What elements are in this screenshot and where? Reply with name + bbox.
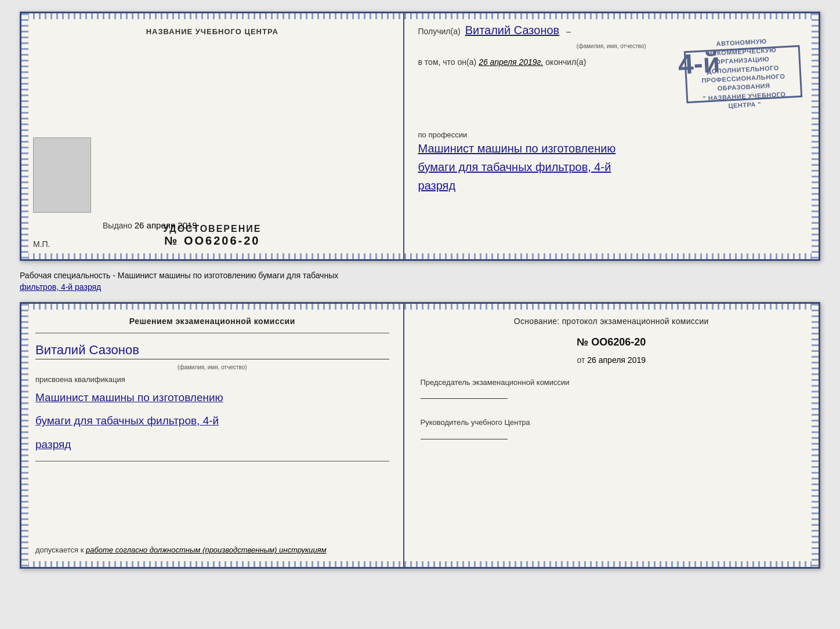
vtom-date: 26 апреля 2019г. bbox=[479, 57, 543, 67]
poluchil-prefix: Получил(а) bbox=[418, 27, 461, 36]
ot-date-value: 26 апреля 2019 bbox=[587, 355, 646, 365]
predsedatel-signature-line bbox=[421, 398, 508, 399]
ot-date: от 26 апреля 2019 bbox=[421, 355, 802, 365]
rukovoditel-label: Руководитель учебного Центра bbox=[421, 417, 802, 428]
ot-prefix: от bbox=[577, 355, 585, 365]
poluchil-name: Виталий Сазонов bbox=[465, 24, 560, 37]
professiya-line2: бумаги для табачных фильтров, 4-й bbox=[418, 158, 805, 176]
professiya-label: по профессии bbox=[418, 130, 805, 139]
applicant-name: Виталий Сазонов bbox=[35, 343, 389, 359]
separator-normal: Рабочая специальность - Машинист машины … bbox=[20, 271, 338, 280]
osnovanie-text: Основание: протокол экзаменационной коми… bbox=[421, 317, 802, 326]
prisvoena-text: присвоена квалификация bbox=[35, 375, 389, 384]
name-hint: (фамилия, имя, отчество) bbox=[35, 364, 389, 370]
stamp-block: 4-й АВТОНОМНУЮ НЕКОММЕРЧЕСКУЮ ОРГАНИЗАЦИ… bbox=[684, 45, 802, 103]
top-doc-right-panel: Получил(а) Виталий Сазонов – (фамилия, и… bbox=[404, 13, 819, 259]
professiya-line1: Машинист машины по изготовлению bbox=[418, 139, 805, 158]
mp-label: М.П. bbox=[33, 239, 50, 249]
professiya-line3: разряд bbox=[418, 176, 805, 195]
vydano-label: Выдано bbox=[103, 221, 132, 230]
komissia-title: Решением экзаменационной комиссии bbox=[35, 317, 389, 326]
professiya-block: по профессии Машинист машины по изготовл… bbox=[418, 130, 805, 195]
stamp-line3: " НАЗВАНИЕ УЧЕБНОГО ЦЕНТРА " bbox=[703, 90, 786, 110]
okончил-text: окончил(а) bbox=[545, 57, 586, 67]
rukovoditel-signature-line bbox=[421, 439, 508, 439]
predsedatel-label: Председатель экзаменационной комиссии bbox=[421, 377, 802, 388]
predsedatel-block: Председатель экзаменационной комиссии bbox=[421, 377, 802, 399]
bottom-document: Решением экзаменационной комиссии Витали… bbox=[20, 302, 820, 569]
poluchil-line: Получил(а) Виталий Сазонов – bbox=[418, 24, 805, 37]
separator-text: Рабочая специальность - Машинист машины … bbox=[20, 268, 820, 295]
kval-line1: Машинист машины по изготовлению bbox=[35, 388, 389, 407]
dopuskaetsya-value: работе согласно должностным (производств… bbox=[86, 546, 327, 554]
right-edge-decoration bbox=[812, 13, 819, 259]
bottom-doc-right-edge bbox=[812, 304, 819, 567]
top-doc-left-panel: НАЗВАНИЕ УЧЕБНОГО ЦЕНТРА УДОСТОВЕРЕНИЕ №… bbox=[21, 13, 404, 259]
vydano-date: 26 апреля 2019 bbox=[135, 220, 197, 230]
dopuskaetsya-prefix: допускается к bbox=[35, 546, 84, 554]
vtom-prefix: в том, что он(а) bbox=[418, 57, 477, 67]
photo-placeholder bbox=[33, 137, 91, 213]
training-center-title: НАЗВАНИЕ УЧЕБНОГО ЦЕНТРА bbox=[146, 27, 278, 36]
udostoverenie-number: № OO6206-20 bbox=[163, 234, 261, 248]
vydano-line: Выдано 26 апреля 2019 bbox=[103, 220, 197, 230]
rukovoditel-block: Руководитель учебного Центра bbox=[421, 417, 802, 439]
dopuskaetsya-block: допускается к работе согласно должностны… bbox=[35, 540, 389, 554]
protocol-number: № OO6206-20 bbox=[421, 336, 802, 348]
bottom-doc-right-panel: Основание: протокол экзаменационной коми… bbox=[404, 304, 819, 567]
kval-line3: разряд bbox=[35, 435, 389, 454]
separator-underline: фильтров, 4-й разряд bbox=[20, 282, 101, 292]
top-document: НАЗВАНИЕ УЧЕБНОГО ЦЕНТРА УДОСТОВЕРЕНИЕ №… bbox=[20, 12, 820, 261]
kval-line2: бумаги для табачных фильтров, 4-й bbox=[35, 412, 389, 430]
bottom-doc-left-panel: Решением экзаменационной комиссии Витали… bbox=[21, 304, 404, 567]
stamp-number: 4-й bbox=[678, 46, 721, 81]
